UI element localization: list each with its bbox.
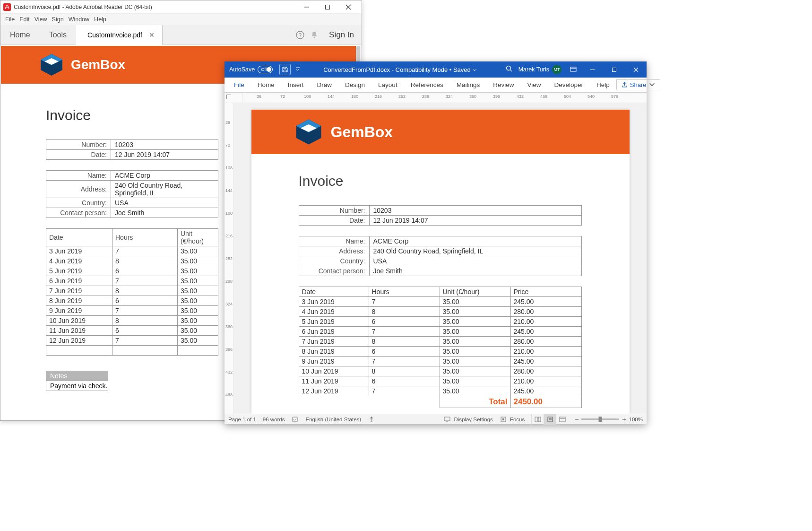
- ribbon-draw[interactable]: Draw: [311, 78, 339, 91]
- ribbon-help[interactable]: Help: [590, 78, 616, 91]
- word-maximize-button[interactable]: [603, 61, 625, 78]
- zoom-in-icon[interactable]: +: [622, 416, 626, 423]
- acrobat-maximize-button[interactable]: [317, 1, 338, 13]
- word-minimize-button[interactable]: [581, 61, 603, 78]
- nav-home[interactable]: Home: [0, 25, 40, 45]
- label-country: Country:: [46, 198, 111, 208]
- autosave-toggle[interactable]: AutoSave Off: [229, 66, 273, 73]
- zoom-slider[interactable]: [581, 418, 619, 420]
- notes-header: Notes: [46, 371, 108, 381]
- label-contact: Contact person:: [46, 208, 111, 218]
- word-document-title[interactable]: ConvertedFromPdf.docx - Compatibility Mo…: [300, 66, 500, 73]
- table-row: 6 Jun 2019735.00245.00: [299, 327, 581, 337]
- svg-point-5: [314, 36, 315, 38]
- view-read-mode[interactable]: [531, 414, 544, 425]
- value-date: 12 Jun 2019 14:07: [111, 150, 218, 160]
- col-price: Price: [510, 287, 581, 297]
- vertical-ruler[interactable]: 3672108144180216252288324360396432468: [225, 103, 234, 414]
- ribbon-insert[interactable]: Insert: [281, 78, 311, 91]
- search-icon[interactable]: [506, 65, 513, 74]
- autosave-label: AutoSave: [229, 66, 255, 73]
- spellcheck-icon[interactable]: [292, 416, 299, 423]
- ribbon-references[interactable]: References: [404, 78, 450, 91]
- menu-sign[interactable]: Sign: [50, 15, 66, 24]
- nav-tools[interactable]: Tools: [40, 25, 76, 45]
- document-tab-label: CustomInvoice.pdf: [87, 31, 142, 39]
- label-contact: Contact person:: [299, 266, 369, 276]
- accessibility-icon[interactable]: [368, 416, 375, 423]
- status-page[interactable]: Page 1 of 1: [228, 417, 256, 422]
- ribbon-display-icon[interactable]: [565, 66, 581, 73]
- svg-point-20: [371, 417, 372, 418]
- document-tab[interactable]: CustomInvoice.pdf ✕: [76, 25, 163, 45]
- gembox-brand-text: GemBox: [331, 123, 393, 141]
- label-address: Address:: [46, 181, 111, 198]
- zoom-control[interactable]: − + 100%: [575, 416, 643, 423]
- word-close-button[interactable]: [625, 61, 647, 78]
- svg-line-11: [510, 70, 512, 72]
- view-web-layout[interactable]: [556, 414, 568, 425]
- table-row: 11 Jun 2019635.00210.00: [299, 376, 581, 386]
- ribbon-view[interactable]: View: [520, 78, 547, 91]
- col-hours: Hours: [112, 229, 178, 246]
- close-tab-icon[interactable]: ✕: [149, 31, 155, 39]
- qat-more-icon[interactable]: [295, 66, 300, 73]
- acrobat-titlebar[interactable]: CustomInvoice.pdf - Adobe Acrobat Reader…: [0, 0, 362, 14]
- ribbon-layout[interactable]: Layout: [371, 78, 404, 91]
- status-language[interactable]: English (United States): [306, 417, 362, 422]
- word-ribbon: File Home Insert Draw Design Layout Refe…: [225, 78, 647, 93]
- col-unit: Unit (€/hour): [440, 287, 510, 297]
- ribbon-review[interactable]: Review: [486, 78, 520, 91]
- label-date: Date:: [299, 216, 369, 226]
- status-words[interactable]: 96 words: [263, 417, 285, 422]
- total-label: Total: [440, 396, 510, 408]
- total-value: 2450.00: [510, 396, 581, 408]
- help-icon[interactable]: ?: [293, 30, 307, 40]
- word-invoice-meta-table: Number:10203 Date:12 Jun 2019 14:07: [299, 205, 582, 226]
- share-button[interactable]: Share: [616, 79, 660, 90]
- gembox-banner: GemBox: [251, 110, 630, 154]
- table-row: 7 Jun 2019835.00280.00: [299, 337, 581, 347]
- horizontal-ruler[interactable]: 3672108144180216252288324360396432468504…: [225, 93, 647, 103]
- table-row: 9 Jun 2019735.00245.00: [299, 357, 581, 366]
- user-account[interactable]: Marek Turis MT: [518, 65, 561, 74]
- view-print-layout[interactable]: [544, 414, 556, 425]
- table-row: 8 Jun 2019635.00210.00: [299, 347, 581, 357]
- display-settings[interactable]: Display Settings: [443, 416, 492, 423]
- acrobat-window-title: CustomInvoice.pdf - Adobe Acrobat Reader…: [14, 4, 296, 10]
- table-row: 3 Jun 2019735.00245.00: [299, 297, 581, 307]
- ribbon-file[interactable]: File: [227, 78, 251, 91]
- ribbon-home[interactable]: Home: [251, 78, 281, 91]
- save-button[interactable]: [279, 64, 291, 75]
- menu-help[interactable]: Help: [92, 15, 108, 24]
- menu-file[interactable]: File: [3, 15, 17, 24]
- col-unit: Unit (€/hour): [178, 229, 218, 246]
- focus-mode[interactable]: Focus: [500, 416, 525, 423]
- value-country: USA: [111, 198, 218, 208]
- menu-edit[interactable]: Edit: [17, 15, 32, 24]
- word-page[interactable]: GemBox Invoice Number:10203 Date:12 Jun …: [251, 110, 630, 414]
- menu-view[interactable]: View: [33, 15, 49, 24]
- ribbon-mailings[interactable]: Mailings: [450, 78, 487, 91]
- ribbon-developer[interactable]: Developer: [548, 78, 590, 91]
- col-date: Date: [299, 287, 369, 297]
- chevron-down-icon: [472, 68, 477, 72]
- acrobat-minimize-button[interactable]: [296, 1, 317, 13]
- zoom-level[interactable]: 100%: [629, 417, 643, 422]
- user-avatar: MT: [552, 65, 561, 74]
- gembox-brand-text: GemBox: [71, 57, 125, 72]
- menu-window[interactable]: Window: [67, 15, 91, 24]
- ribbon-design[interactable]: Design: [338, 78, 371, 91]
- autosave-state: Off: [261, 67, 267, 72]
- table-row: 3 Jun 2019735.00: [46, 246, 218, 256]
- word-titlebar[interactable]: AutoSave Off ConvertedFromPdf.docx - Com…: [225, 61, 647, 78]
- word-document-viewport[interactable]: GemBox Invoice Number:10203 Date:12 Jun …: [234, 103, 647, 414]
- zoom-out-icon[interactable]: −: [575, 416, 579, 423]
- svg-text:?: ?: [299, 32, 302, 38]
- bell-icon[interactable]: [307, 30, 321, 40]
- value-country: USA: [369, 256, 581, 266]
- svg-rect-15: [612, 68, 616, 71]
- value-name: ACME Corp: [111, 171, 218, 181]
- acrobat-close-button[interactable]: [338, 1, 359, 13]
- sign-in-link[interactable]: Sign In: [321, 30, 362, 40]
